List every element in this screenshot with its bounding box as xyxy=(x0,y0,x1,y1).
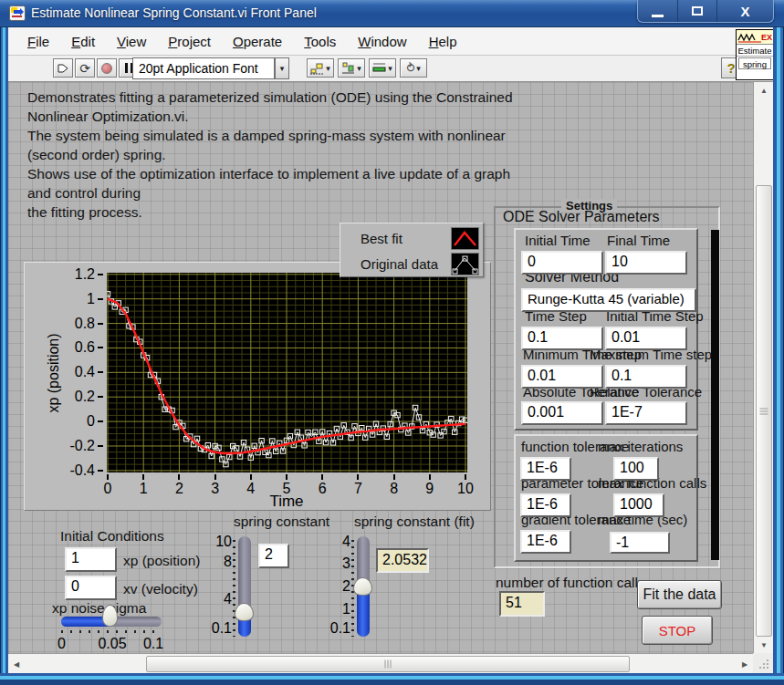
description-line: the fitting process. xyxy=(27,202,513,222)
horizontal-scrollbar[interactable]: ◀ ▶ xyxy=(8,653,753,673)
scroll-right-button[interactable]: ▶ xyxy=(737,654,753,674)
initial-time-field[interactable]: 0 xyxy=(521,251,603,275)
relative-tolerance-field[interactable]: 1E-7 xyxy=(605,401,687,425)
fit-the-data-button[interactable]: Fit the data xyxy=(637,580,722,609)
font-selector-dropdown-arrow-icon[interactable]: ▾ xyxy=(275,57,289,79)
function-tolerance-field[interactable]: 1E-6 xyxy=(520,457,571,481)
abort-icon xyxy=(101,63,112,74)
description-line: Nonlinear Optimization.vi. xyxy=(27,107,513,126)
absolute-tolerance-field[interactable]: 0.001 xyxy=(521,401,603,425)
xy-graph-plot[interactable] xyxy=(107,273,467,472)
align-objects-button[interactable]: ▾ xyxy=(307,58,334,78)
max-iterations-field[interactable]: 100 xyxy=(613,457,659,481)
reorder-button[interactable]: ⥁ ▾ xyxy=(400,58,427,78)
spring-constant-fit-slider-thumb[interactable] xyxy=(353,577,372,596)
menu-item-view[interactable]: View xyxy=(107,31,156,52)
spring-constant-scale-10: 10 xyxy=(206,534,232,550)
minimize-button[interactable] xyxy=(638,0,677,22)
vertical-scrollbar[interactable]: ▲ ▼ xyxy=(753,82,773,653)
maximum-time-step-field[interactable]: 0.1 xyxy=(605,365,687,389)
spring-constant-label: spring constant xyxy=(234,514,329,530)
menu-item-tools[interactable]: Tools xyxy=(294,31,346,52)
x-tick-label: 3 xyxy=(200,474,231,497)
description-line: (second order) spring. xyxy=(27,145,513,164)
resize-grip[interactable] xyxy=(753,653,773,673)
reorder-icon: ⥁ xyxy=(406,61,414,75)
scroll-down-button[interactable]: ▼ xyxy=(754,637,774,653)
frame-shadow-decoration xyxy=(711,230,719,560)
vi-icon-title-1: Estimate xyxy=(737,45,773,57)
align-objects-icon xyxy=(310,62,324,75)
y-axis-title: xp (position) xyxy=(46,305,64,441)
spring-constant-slider-ticks xyxy=(233,540,235,637)
xv-velocity-label: xv (velocity) xyxy=(123,581,198,597)
menu-item-edit[interactable]: Edit xyxy=(61,31,105,52)
distribute-objects-button[interactable]: ▾ xyxy=(338,58,365,78)
xp-position-field[interactable]: 1 xyxy=(65,547,117,572)
scroll-left-button[interactable]: ◀ xyxy=(8,654,25,674)
menu-item-help[interactable]: Help xyxy=(419,31,467,52)
window-border-left xyxy=(0,27,8,685)
align-dropdown-arrow-icon: ▾ xyxy=(326,64,330,73)
close-button[interactable]: X xyxy=(716,0,773,22)
x-tick-label: 2 xyxy=(163,474,194,497)
solver-method-dropdown[interactable]: Runge-Kutta 45 (variable) xyxy=(521,288,696,312)
window-border-bottom xyxy=(0,673,784,685)
spring-constant-fit-scale-2: 2 xyxy=(325,578,350,595)
legend-label-original-data: Original data xyxy=(361,256,451,272)
xp-noise-sigma-slider-thumb[interactable] xyxy=(102,605,118,627)
vi-icon-badge: EX xyxy=(761,33,772,42)
xv-velocity-field[interactable]: 0 xyxy=(65,576,117,600)
number-of-function-calls-indicator: 51 xyxy=(499,591,545,617)
spring-constant-fit-scale-01: 0.1 xyxy=(325,620,350,637)
run-button[interactable] xyxy=(53,58,73,78)
scrollbar-grip-icon xyxy=(760,406,768,416)
labview-app-icon xyxy=(9,5,26,21)
vi-icon-waveform: EX xyxy=(737,30,773,45)
max-function-calls-field[interactable]: 1000 xyxy=(613,493,664,517)
description-line: The system being simulated is a damped s… xyxy=(27,126,513,145)
distribute-dropdown-arrow-icon: ▾ xyxy=(357,64,361,73)
max-iterations-label: max iterations xyxy=(598,439,683,454)
legend-sample-original-data[interactable] xyxy=(451,253,479,275)
max-time-field[interactable]: -1 xyxy=(610,532,670,554)
xy-graph[interactable]: 1.210.80.60.40.20-0.2-0.4 012345678910 x… xyxy=(24,262,491,511)
initial-time-step-field[interactable]: 0.01 xyxy=(605,327,687,350)
resize-dropdown-arrow-icon: ▾ xyxy=(388,64,392,73)
title-bar[interactable]: Estimate Nonlinear Spring Constant.vi Fr… xyxy=(0,0,784,27)
maximize-button[interactable] xyxy=(677,0,716,22)
gradient-tolerance-field[interactable]: 1E-6 xyxy=(520,530,571,554)
parameter-tolerance-field[interactable]: 1E-6 xyxy=(520,493,571,517)
final-time-field[interactable]: 10 xyxy=(605,251,687,275)
stop-button[interactable]: STOP xyxy=(642,616,713,645)
xp-position-label: xp (position) xyxy=(123,553,200,569)
spring-constant-fit-scale-3: 3 xyxy=(325,555,350,572)
horizontal-scrollbar-thumb[interactable] xyxy=(146,656,630,672)
maximize-icon xyxy=(692,6,703,16)
run-continuous-button[interactable]: ⟳ xyxy=(75,58,95,78)
vertical-scrollbar-thumb[interactable] xyxy=(756,185,772,637)
x-tick-label: 7 xyxy=(342,474,373,497)
menu-item-project[interactable]: Project xyxy=(158,31,221,52)
resize-objects-button[interactable]: ▾ xyxy=(369,58,396,78)
menu-item-file[interactable]: File xyxy=(17,31,59,52)
time-step-field[interactable]: 0.1 xyxy=(521,327,603,350)
abort-button[interactable] xyxy=(97,58,117,78)
resize-objects-icon xyxy=(372,62,386,75)
font-selector-value: 20pt Application Font xyxy=(139,61,258,76)
legend-sample-best-fit[interactable] xyxy=(451,227,479,250)
reorder-dropdown-arrow-icon: ▾ xyxy=(416,64,421,73)
xp-noise-sigma-label: xp noise sigma xyxy=(52,600,146,617)
number-of-function-calls-label: number of function calls xyxy=(496,575,645,591)
menu-bar: FileEditViewProjectOperateToolsWindowHel… xyxy=(8,27,773,56)
x-tick-label: 1 xyxy=(128,474,159,497)
menu-item-window[interactable]: Window xyxy=(348,31,416,52)
minimum-time-step-field[interactable]: 0.01 xyxy=(521,365,603,389)
menu-item-operate[interactable]: Operate xyxy=(223,31,292,52)
spring-constant-value-field[interactable]: 2 xyxy=(258,544,289,568)
spring-constant-slider-thumb[interactable] xyxy=(235,603,254,621)
noise-scale-01: 0.1 xyxy=(140,636,167,652)
scroll-up-button[interactable]: ▲ xyxy=(754,82,774,99)
font-selector[interactable]: 20pt Application Font xyxy=(132,57,275,79)
spring-constant-scale-4: 4 xyxy=(206,591,232,607)
